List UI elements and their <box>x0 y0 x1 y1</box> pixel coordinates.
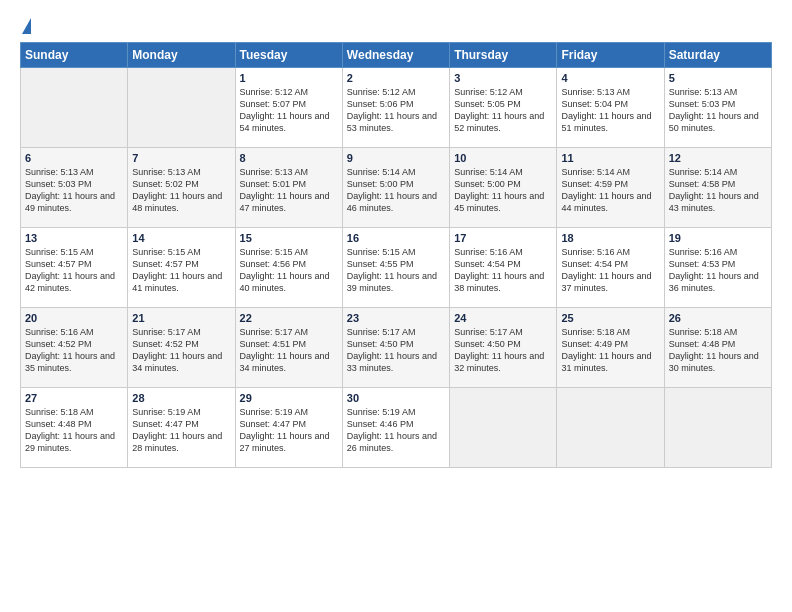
day-info: Sunrise: 5:19 AM Sunset: 4:47 PM Dayligh… <box>132 406 230 455</box>
day-number: 13 <box>25 232 123 244</box>
day-info: Sunrise: 5:13 AM Sunset: 5:02 PM Dayligh… <box>132 166 230 215</box>
day-number: 11 <box>561 152 659 164</box>
calendar-cell: 21Sunrise: 5:17 AM Sunset: 4:52 PM Dayli… <box>128 308 235 388</box>
day-info: Sunrise: 5:17 AM Sunset: 4:51 PM Dayligh… <box>240 326 338 375</box>
day-number: 24 <box>454 312 552 324</box>
day-info: Sunrise: 5:15 AM Sunset: 4:55 PM Dayligh… <box>347 246 445 295</box>
calendar-cell: 18Sunrise: 5:16 AM Sunset: 4:54 PM Dayli… <box>557 228 664 308</box>
weekday-header-sunday: Sunday <box>21 43 128 68</box>
calendar-cell <box>450 388 557 468</box>
day-info: Sunrise: 5:12 AM Sunset: 5:05 PM Dayligh… <box>454 86 552 135</box>
day-number: 2 <box>347 72 445 84</box>
calendar-cell: 30Sunrise: 5:19 AM Sunset: 4:46 PM Dayli… <box>342 388 449 468</box>
day-info: Sunrise: 5:16 AM Sunset: 4:52 PM Dayligh… <box>25 326 123 375</box>
calendar-cell: 11Sunrise: 5:14 AM Sunset: 4:59 PM Dayli… <box>557 148 664 228</box>
day-info: Sunrise: 5:16 AM Sunset: 4:54 PM Dayligh… <box>561 246 659 295</box>
day-number: 17 <box>454 232 552 244</box>
calendar-cell: 8Sunrise: 5:13 AM Sunset: 5:01 PM Daylig… <box>235 148 342 228</box>
day-number: 22 <box>240 312 338 324</box>
calendar-cell: 9Sunrise: 5:14 AM Sunset: 5:00 PM Daylig… <box>342 148 449 228</box>
day-info: Sunrise: 5:19 AM Sunset: 4:47 PM Dayligh… <box>240 406 338 455</box>
calendar-table: SundayMondayTuesdayWednesdayThursdayFrid… <box>20 42 772 468</box>
calendar-cell: 16Sunrise: 5:15 AM Sunset: 4:55 PM Dayli… <box>342 228 449 308</box>
calendar-cell: 7Sunrise: 5:13 AM Sunset: 5:02 PM Daylig… <box>128 148 235 228</box>
weekday-header-friday: Friday <box>557 43 664 68</box>
day-number: 15 <box>240 232 338 244</box>
day-info: Sunrise: 5:17 AM Sunset: 4:52 PM Dayligh… <box>132 326 230 375</box>
day-number: 7 <box>132 152 230 164</box>
day-number: 10 <box>454 152 552 164</box>
weekday-header-wednesday: Wednesday <box>342 43 449 68</box>
calendar-cell: 12Sunrise: 5:14 AM Sunset: 4:58 PM Dayli… <box>664 148 771 228</box>
calendar-cell: 29Sunrise: 5:19 AM Sunset: 4:47 PM Dayli… <box>235 388 342 468</box>
calendar-cell: 2Sunrise: 5:12 AM Sunset: 5:06 PM Daylig… <box>342 68 449 148</box>
calendar-week-row: 13Sunrise: 5:15 AM Sunset: 4:57 PM Dayli… <box>21 228 772 308</box>
day-number: 16 <box>347 232 445 244</box>
day-info: Sunrise: 5:17 AM Sunset: 4:50 PM Dayligh… <box>347 326 445 375</box>
day-number: 6 <box>25 152 123 164</box>
calendar-cell: 1Sunrise: 5:12 AM Sunset: 5:07 PM Daylig… <box>235 68 342 148</box>
day-number: 23 <box>347 312 445 324</box>
calendar-cell: 10Sunrise: 5:14 AM Sunset: 5:00 PM Dayli… <box>450 148 557 228</box>
calendar-cell <box>557 388 664 468</box>
calendar-cell: 25Sunrise: 5:18 AM Sunset: 4:49 PM Dayli… <box>557 308 664 388</box>
day-number: 25 <box>561 312 659 324</box>
day-info: Sunrise: 5:13 AM Sunset: 5:01 PM Dayligh… <box>240 166 338 215</box>
calendar-week-row: 20Sunrise: 5:16 AM Sunset: 4:52 PM Dayli… <box>21 308 772 388</box>
day-info: Sunrise: 5:14 AM Sunset: 5:00 PM Dayligh… <box>347 166 445 215</box>
day-info: Sunrise: 5:14 AM Sunset: 4:59 PM Dayligh… <box>561 166 659 215</box>
day-number: 20 <box>25 312 123 324</box>
day-info: Sunrise: 5:13 AM Sunset: 5:04 PM Dayligh… <box>561 86 659 135</box>
page: SundayMondayTuesdayWednesdayThursdayFrid… <box>0 0 792 486</box>
day-info: Sunrise: 5:15 AM Sunset: 4:56 PM Dayligh… <box>240 246 338 295</box>
day-info: Sunrise: 5:18 AM Sunset: 4:48 PM Dayligh… <box>25 406 123 455</box>
calendar-cell: 27Sunrise: 5:18 AM Sunset: 4:48 PM Dayli… <box>21 388 128 468</box>
calendar-cell: 22Sunrise: 5:17 AM Sunset: 4:51 PM Dayli… <box>235 308 342 388</box>
day-info: Sunrise: 5:16 AM Sunset: 4:53 PM Dayligh… <box>669 246 767 295</box>
day-number: 1 <box>240 72 338 84</box>
day-number: 18 <box>561 232 659 244</box>
day-info: Sunrise: 5:12 AM Sunset: 5:06 PM Dayligh… <box>347 86 445 135</box>
day-info: Sunrise: 5:14 AM Sunset: 5:00 PM Dayligh… <box>454 166 552 215</box>
calendar-week-row: 6Sunrise: 5:13 AM Sunset: 5:03 PM Daylig… <box>21 148 772 228</box>
weekday-header-thursday: Thursday <box>450 43 557 68</box>
day-info: Sunrise: 5:18 AM Sunset: 4:48 PM Dayligh… <box>669 326 767 375</box>
day-number: 26 <box>669 312 767 324</box>
logo-triangle-icon <box>22 18 31 34</box>
day-number: 27 <box>25 392 123 404</box>
day-info: Sunrise: 5:17 AM Sunset: 4:50 PM Dayligh… <box>454 326 552 375</box>
calendar-cell: 5Sunrise: 5:13 AM Sunset: 5:03 PM Daylig… <box>664 68 771 148</box>
calendar-cell: 23Sunrise: 5:17 AM Sunset: 4:50 PM Dayli… <box>342 308 449 388</box>
calendar-cell <box>664 388 771 468</box>
day-info: Sunrise: 5:12 AM Sunset: 5:07 PM Dayligh… <box>240 86 338 135</box>
calendar-cell: 6Sunrise: 5:13 AM Sunset: 5:03 PM Daylig… <box>21 148 128 228</box>
day-number: 28 <box>132 392 230 404</box>
weekday-header-tuesday: Tuesday <box>235 43 342 68</box>
calendar-cell: 14Sunrise: 5:15 AM Sunset: 4:57 PM Dayli… <box>128 228 235 308</box>
day-info: Sunrise: 5:18 AM Sunset: 4:49 PM Dayligh… <box>561 326 659 375</box>
day-info: Sunrise: 5:14 AM Sunset: 4:58 PM Dayligh… <box>669 166 767 215</box>
day-info: Sunrise: 5:15 AM Sunset: 4:57 PM Dayligh… <box>25 246 123 295</box>
calendar-cell: 15Sunrise: 5:15 AM Sunset: 4:56 PM Dayli… <box>235 228 342 308</box>
calendar-cell <box>21 68 128 148</box>
calendar-cell: 4Sunrise: 5:13 AM Sunset: 5:04 PM Daylig… <box>557 68 664 148</box>
calendar-cell <box>128 68 235 148</box>
day-number: 21 <box>132 312 230 324</box>
day-number: 12 <box>669 152 767 164</box>
calendar-cell: 19Sunrise: 5:16 AM Sunset: 4:53 PM Dayli… <box>664 228 771 308</box>
day-number: 4 <box>561 72 659 84</box>
calendar-cell: 24Sunrise: 5:17 AM Sunset: 4:50 PM Dayli… <box>450 308 557 388</box>
calendar-cell: 20Sunrise: 5:16 AM Sunset: 4:52 PM Dayli… <box>21 308 128 388</box>
header <box>20 18 772 34</box>
calendar-week-row: 27Sunrise: 5:18 AM Sunset: 4:48 PM Dayli… <box>21 388 772 468</box>
weekday-header-monday: Monday <box>128 43 235 68</box>
day-number: 19 <box>669 232 767 244</box>
day-number: 3 <box>454 72 552 84</box>
day-info: Sunrise: 5:13 AM Sunset: 5:03 PM Dayligh… <box>25 166 123 215</box>
day-number: 29 <box>240 392 338 404</box>
calendar-cell: 3Sunrise: 5:12 AM Sunset: 5:05 PM Daylig… <box>450 68 557 148</box>
day-number: 9 <box>347 152 445 164</box>
calendar-cell: 13Sunrise: 5:15 AM Sunset: 4:57 PM Dayli… <box>21 228 128 308</box>
weekday-header-saturday: Saturday <box>664 43 771 68</box>
day-number: 8 <box>240 152 338 164</box>
